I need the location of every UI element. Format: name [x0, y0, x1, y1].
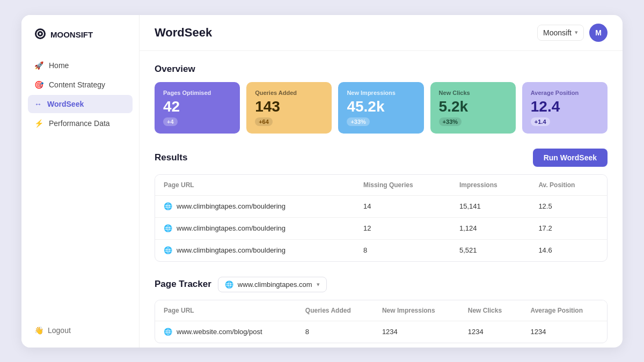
col-header-missing-queries: Missing Queries — [355, 175, 451, 196]
content-strategy-emoji: 🎯 — [34, 80, 43, 89]
page-title: WordSeek — [155, 26, 212, 40]
cell-impressions: 15,141 — [451, 195, 530, 217]
globe-icon: 🌐 — [164, 202, 172, 211]
stat-label: New Clicks — [439, 90, 507, 96]
wordseek-emoji: ↔️ — [34, 100, 42, 108]
app-container: MOONSIFT 🚀 Home 🎯 Content Strategy ↔️ Wo… — [21, 15, 623, 348]
results-title: Results — [155, 152, 187, 163]
stat-value: 45.2k — [347, 99, 415, 114]
content-area: Overview Pages Optimised 42 +4 Queries A… — [140, 51, 623, 348]
performance-emoji: ⚡ — [34, 119, 43, 128]
col-header-impressions: Impressions — [451, 175, 530, 196]
cell-queries-added: 8 — [297, 321, 374, 343]
globe-icon: 🌐 — [164, 246, 172, 255]
cell-url: 🌐 www.website.com/blog/post — [155, 321, 297, 343]
sidebar-item-home[interactable]: 🚀 Home — [28, 56, 133, 75]
page-tracker-title: Page Tracker — [155, 279, 211, 290]
sidebar-item-performance-data[interactable]: ⚡ Performance Data — [28, 114, 133, 132]
stats-grid: Pages Optimised 42 +4 Queries Added 143 … — [155, 82, 608, 134]
cell-avg-position: 1234 — [522, 321, 607, 343]
stat-card-new-clicks: New Clicks 5.2k +33% — [430, 82, 516, 134]
sidebar-item-label: WordSeek — [47, 100, 84, 108]
stat-label: New Impressions — [347, 90, 415, 96]
workspace-name: Moonsift — [543, 28, 572, 37]
logo: MOONSIFT — [21, 28, 139, 56]
cell-missing-queries: 12 — [355, 217, 451, 239]
logout-label: Logout — [48, 326, 71, 335]
sidebar-item-label: Content Strategy — [49, 80, 105, 89]
cell-av-position: 17.2 — [530, 217, 607, 239]
chevron-down-icon: ▾ — [575, 29, 578, 36]
cell-missing-queries: 8 — [355, 239, 451, 261]
stat-label: Queries Added — [255, 90, 323, 96]
sidebar-item-label: Home — [49, 61, 69, 70]
tracker-col-new-impressions: New Impressions — [374, 300, 459, 321]
domain-selector[interactable]: 🌐 www.climbingtapes.com ▾ — [218, 277, 327, 292]
cell-impressions: 1,124 — [451, 217, 530, 239]
results-table: Page URL Missing Queries Impressions Av.… — [155, 175, 607, 261]
svg-point-2 — [39, 33, 41, 35]
topbar: WordSeek Moonsift ▾ M — [140, 15, 623, 51]
chevron-down-icon: ▾ — [317, 281, 320, 288]
stat-badge: +4 — [163, 117, 178, 126]
home-emoji: 🚀 — [34, 61, 43, 70]
sidebar: MOONSIFT 🚀 Home 🎯 Content Strategy ↔️ Wo… — [21, 15, 140, 348]
table-row[interactable]: 🌐 www.climbingtapes.com/bouldering 14 15… — [155, 195, 607, 217]
stat-card-pages-optimised: Pages Optimised 42 +4 — [155, 82, 240, 134]
overview-title: Overview — [155, 64, 608, 75]
cell-missing-queries: 14 — [355, 195, 451, 217]
workspace-selector[interactable]: Moonsift ▾ — [537, 25, 584, 41]
tracker-col-avg-position: Average Position — [522, 300, 607, 321]
domain-name: www.climbingtapes.com — [238, 280, 312, 289]
run-wordseek-button[interactable]: Run WordSeek — [533, 149, 608, 167]
sidebar-item-wordseek[interactable]: ↔️ WordSeek — [28, 95, 133, 113]
cell-new-impressions: 1234 — [374, 321, 459, 343]
globe-icon: 🌐 — [225, 280, 233, 289]
page-tracker-header: Page Tracker 🌐 www.climbingtapes.com ▾ — [155, 277, 608, 292]
results-header: Results Run WordSeek — [155, 149, 608, 167]
tracker-col-queries-added: Queries Added — [297, 300, 374, 321]
cell-av-position: 12.5 — [530, 195, 607, 217]
sidebar-item-content-strategy[interactable]: 🎯 Content Strategy — [28, 76, 133, 94]
stat-value: 12.4 — [531, 99, 599, 114]
cell-url: 🌐 www.climbingtapes.com/bouldering — [155, 239, 355, 261]
cell-impressions: 5,521 — [451, 239, 530, 261]
avatar[interactable]: M — [589, 24, 608, 42]
cell-av-position: 14.6 — [530, 239, 607, 261]
tracker-col-new-clicks: New Clicks — [459, 300, 522, 321]
stat-value: 5.2k — [439, 99, 507, 114]
results-table-container: Page URL Missing Queries Impressions Av.… — [155, 174, 608, 262]
cell-url: 🌐 www.climbingtapes.com/bouldering — [155, 195, 355, 217]
col-header-av-position: Av. Position — [530, 175, 607, 196]
logo-icon — [34, 28, 46, 41]
nav-menu: 🚀 Home 🎯 Content Strategy ↔️ WordSeek ⚡ … — [21, 56, 139, 326]
stat-card-new-impressions: New Impressions 45.2k +33% — [338, 82, 423, 134]
stat-badge: +33% — [439, 117, 462, 126]
tracker-table-container: Page URL Queries Added New Impressions N… — [155, 300, 608, 343]
stat-value: 42 — [163, 99, 231, 114]
stat-card-queries-added: Queries Added 143 +64 — [246, 82, 332, 134]
sidebar-item-label: Performance Data — [49, 119, 110, 128]
globe-icon: 🌐 — [164, 328, 172, 336]
logout-button[interactable]: 👋 Logout — [34, 326, 126, 335]
stat-label: Average Position — [531, 90, 599, 96]
logo-text: MOONSIFT — [50, 30, 93, 39]
stat-label: Pages Optimised — [163, 90, 231, 96]
tracker-col-page-url: Page URL — [155, 300, 297, 321]
main-content: WordSeek Moonsift ▾ M Overview Pages Opt… — [140, 15, 623, 348]
globe-icon: 🌐 — [164, 224, 172, 233]
cell-url: 🌐 www.climbingtapes.com/bouldering — [155, 217, 355, 239]
topbar-right: Moonsift ▾ M — [537, 24, 608, 42]
table-row[interactable]: 🌐 www.climbingtapes.com/bouldering 8 5,5… — [155, 239, 607, 261]
stat-badge: +64 — [255, 117, 273, 126]
logout-emoji: 👋 — [34, 326, 43, 335]
cell-new-clicks: 1234 — [459, 321, 522, 343]
tracker-table: Page URL Queries Added New Impressions N… — [155, 300, 607, 343]
table-row[interactable]: 🌐 www.website.com/blog/post 8 1234 1234 … — [155, 321, 607, 343]
stat-badge: +1.4 — [531, 117, 550, 126]
stat-value: 143 — [255, 99, 323, 114]
stat-badge: +33% — [347, 117, 369, 126]
table-row[interactable]: 🌐 www.climbingtapes.com/bouldering 12 1,… — [155, 217, 607, 239]
sidebar-footer: 👋 Logout — [21, 326, 139, 335]
col-header-page-url: Page URL — [155, 175, 355, 196]
